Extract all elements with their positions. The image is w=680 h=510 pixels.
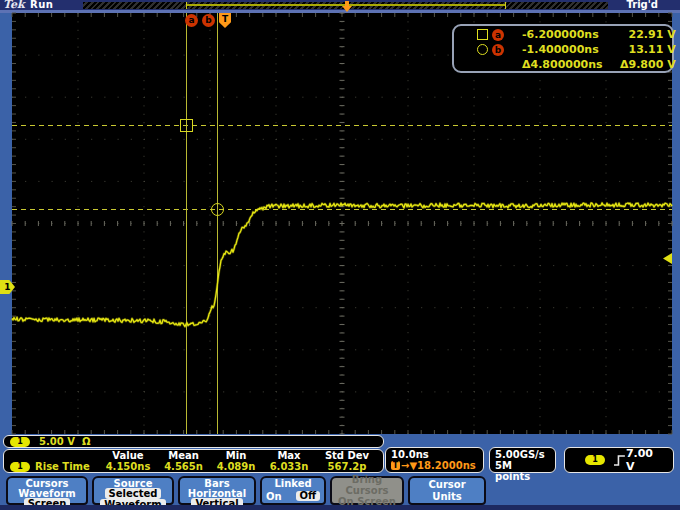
menu-linked-options: On Off xyxy=(266,491,320,502)
cursor-a-time: -6.200000ns xyxy=(512,28,620,41)
menu-cursors-title: Cursors xyxy=(25,478,68,488)
menu-cursors-option-waveform: Waveform xyxy=(18,488,75,498)
measurement-name: Rise Time xyxy=(35,461,90,472)
cursor-b-time: -1.400000ns xyxy=(512,43,620,56)
channel-1-coupling: Ω xyxy=(82,436,91,447)
meas-header-min: Min xyxy=(211,450,261,461)
channel-1-readout[interactable]: 1 5.00 V Ω xyxy=(3,435,384,448)
rising-edge-icon xyxy=(613,454,626,467)
menu-units-line2: Units xyxy=(432,491,461,501)
cursor-a-square-icon xyxy=(477,29,488,40)
horizontal-scale: 10.0ns xyxy=(391,449,478,460)
cursor-a-value: 22.91 V xyxy=(620,28,676,41)
menu-linked-button[interactable]: Linked On Off xyxy=(260,476,326,505)
bottom-frame xyxy=(0,505,680,510)
horizontal-delay: T → ▼ 18.2000ns xyxy=(391,460,478,471)
delay-value: 18.2000ns xyxy=(417,460,476,471)
sample-rate: 5.00GS/s xyxy=(495,449,550,460)
trigger-readout[interactable]: 1 7.00 V xyxy=(564,447,674,473)
measurement-row: 1 Rise Time 4.150ns 4.565n 4.089n 6.033n… xyxy=(6,461,381,472)
acquisition-readout[interactable]: 5.00GS/s 5M points xyxy=(489,447,556,473)
cursor-a-badge[interactable]: a xyxy=(185,14,198,27)
cursor-readout-box: a -6.200000ns 22.91 V b -1.400000ns 13.1… xyxy=(452,24,674,73)
menu-cursor-units-button[interactable]: Cursor Units xyxy=(408,476,486,505)
measurement-value: 4.150ns xyxy=(100,461,156,472)
menu-units-line1: Cursor xyxy=(428,479,465,489)
measurement-mean: 4.565n xyxy=(156,461,211,472)
measurement-readout-box: Value Mean Min Max Std Dev 1 Rise Time 4… xyxy=(3,449,384,473)
menu-bring-line1: Bring xyxy=(352,474,382,484)
menu-bars-option-horizontal: Horizontal xyxy=(188,488,246,498)
menu-linked-title: Linked xyxy=(274,478,311,488)
horizontal-readout[interactable]: 10.0ns T → ▼ 18.2000ns xyxy=(385,447,484,473)
meas-header-max: Max xyxy=(261,450,317,461)
cursor-b-circle-icon xyxy=(477,44,488,55)
meas-header-value: Value xyxy=(100,450,156,461)
measurement-max: 6.033n xyxy=(261,461,317,472)
cursor-b-label: b xyxy=(492,44,504,56)
cursor-b-badge[interactable]: b xyxy=(202,14,215,27)
menu-source-selected-line1: Selected xyxy=(105,488,162,499)
cursor-delta-value: Δ9.800 V xyxy=(620,58,676,71)
channel-1-scale: 5.00 V xyxy=(39,436,75,447)
menu-source-title: Source xyxy=(114,478,153,488)
menu-bring-line2: Cursors xyxy=(345,485,388,495)
menu-bars-button[interactable]: Bars Horizontal Vertical xyxy=(178,476,256,505)
meas-header-mean: Mean xyxy=(156,450,211,461)
measurement-stddev: 567.2p xyxy=(317,461,377,472)
cursor-b-value: 13.11 V xyxy=(620,43,676,56)
meas-header-stddev: Std Dev xyxy=(317,450,377,461)
cursor-delta-time: Δ4.800000ns xyxy=(512,58,620,71)
menu-linked-on: On xyxy=(266,492,282,501)
graticule-canvas xyxy=(0,0,680,510)
trigger-t-icon: T xyxy=(391,461,400,470)
measurement-channel-badge: 1 xyxy=(10,462,30,472)
measurement-source: 1 Rise Time xyxy=(6,461,100,472)
delay-arrow-icon: → xyxy=(401,460,409,471)
trigger-source-badge: 1 xyxy=(585,455,605,465)
measurement-min: 4.089n xyxy=(211,461,261,472)
delay-ref-icon: ▼ xyxy=(409,460,417,471)
menu-bars-title: Bars xyxy=(204,478,229,488)
menu-linked-off-selected: Off xyxy=(296,491,321,501)
cursor-a-label: a xyxy=(492,29,504,41)
channel-1-badge: 1 xyxy=(10,437,30,447)
bottom-menu-bar: Cursors Waveform Screen Source Selected … xyxy=(0,474,680,505)
menu-source-button[interactable]: Source Selected Waveform xyxy=(92,476,174,505)
trigger-level: 7.00 V xyxy=(626,447,665,473)
menu-cursors-button[interactable]: Cursors Waveform Screen xyxy=(6,476,88,505)
measurement-header-row: Value Mean Min Max Std Dev xyxy=(6,450,381,461)
menu-bring-cursors-button[interactable]: Bring Cursors On Screen xyxy=(330,476,404,505)
oscilloscope-screen: Tek Run Trig'd a b T 1 a -6.200000ns 22.… xyxy=(0,0,680,510)
